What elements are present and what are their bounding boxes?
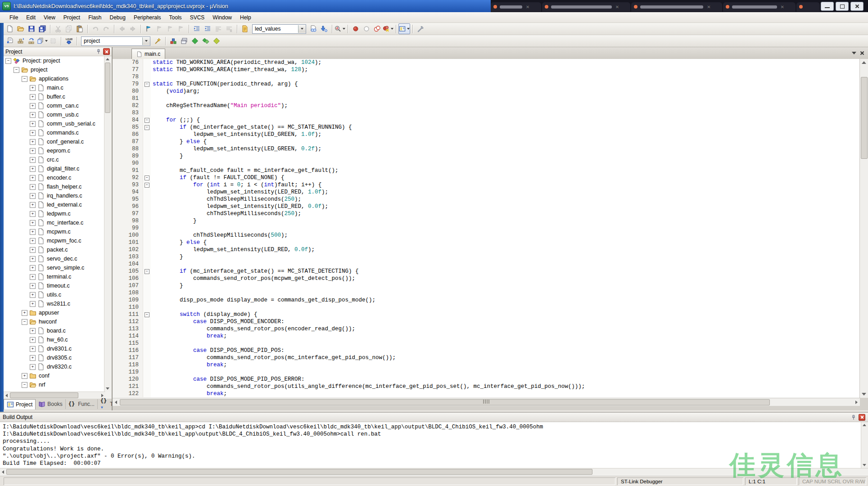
- menu-svcs[interactable]: SVCS: [186, 13, 209, 22]
- tree-item-utils-c[interactable]: +utils.c: [30, 290, 61, 299]
- background-tab[interactable]: ✕: [723, 2, 796, 12]
- background-tab[interactable]: ✕: [542, 2, 630, 12]
- tree-item-irq-handlers-c[interactable]: +irq_handlers.c: [30, 191, 82, 200]
- tree-item-hwconf[interactable]: −hwconf: [22, 317, 57, 326]
- minimize-button[interactable]: [821, 2, 834, 11]
- download-button[interactable]: [63, 36, 74, 46]
- save-button[interactable]: [26, 24, 37, 34]
- close-build-output-button[interactable]: [859, 414, 865, 421]
- background-tab[interactable]: ✕: [491, 2, 541, 12]
- tree-item-comm-usb-c[interactable]: +comm_usb.c: [30, 110, 79, 119]
- menu-flash[interactable]: Flash: [84, 13, 105, 22]
- fold-collapse-icon[interactable]: −: [145, 312, 149, 317]
- tree-item-digital-filter-c[interactable]: +digital_filter.c: [30, 164, 79, 173]
- find-in-files-button[interactable]: [308, 24, 319, 34]
- menu-debug[interactable]: Debug: [106, 13, 130, 22]
- paste-button[interactable]: [74, 24, 85, 34]
- batch-build-button[interactable]: [37, 36, 48, 46]
- tree-item-mcpwm-foc-c[interactable]: +mcpwm_foc.c: [30, 236, 81, 245]
- incremental-find-button[interactable]: [319, 24, 330, 34]
- tab-list-dropdown[interactable]: [852, 52, 856, 54]
- project-tree-vscrollbar[interactable]: [104, 56, 111, 392]
- project-targets-button[interactable]: [211, 36, 222, 46]
- build-button[interactable]: [15, 36, 26, 46]
- fold-collapse-icon[interactable]: −: [145, 125, 149, 130]
- options-for-target-button[interactable]: [152, 36, 163, 46]
- tree-item-applications[interactable]: −applications: [22, 74, 68, 83]
- restore-button[interactable]: [836, 2, 849, 11]
- close-panel-button[interactable]: [103, 48, 110, 55]
- translate-button[interactable]: [5, 36, 15, 46]
- search-box-combobox[interactable]: led_values: [252, 24, 306, 34]
- tree-item-drv8305-c[interactable]: +drv8305.c: [30, 353, 72, 362]
- tree-item-comm-can-c[interactable]: +comm_can.c: [30, 101, 79, 110]
- find-dropdown-button[interactable]: [335, 24, 345, 34]
- sidebar-tab-project[interactable]: Project: [4, 399, 36, 410]
- tree-item-led-external-c[interactable]: +led_external.c: [30, 200, 82, 209]
- open-file-button[interactable]: [15, 24, 26, 34]
- tree-item-project-project[interactable]: −Project: project: [5, 56, 60, 65]
- tree-item-packet-c[interactable]: +packet.c: [30, 245, 68, 254]
- tree-item-flash-helper-c[interactable]: +flash_helper.c: [30, 182, 81, 191]
- background-tab[interactable]: [796, 2, 820, 12]
- tree-item-timeout-c[interactable]: +timeout.c: [30, 281, 70, 290]
- select-target-combobox[interactable]: project: [81, 36, 150, 46]
- fold-collapse-icon[interactable]: −: [145, 183, 149, 188]
- menu-file[interactable]: File: [5, 13, 22, 22]
- tree-item-servo-simple-c[interactable]: +servo_simple.c: [30, 263, 84, 272]
- tree-item-encoder-c[interactable]: +encoder.c: [30, 173, 71, 182]
- tree-item-hw-60-c[interactable]: +hw_60.c: [30, 335, 68, 344]
- indent-button[interactable]: [191, 24, 202, 34]
- manage-rte-button[interactable]: [168, 36, 179, 46]
- tree-item-commands-c[interactable]: +commands.c: [30, 128, 79, 137]
- sidebar-tab-books[interactable]: Books: [36, 399, 65, 409]
- tree-item-ws2811-c[interactable]: +ws2811.c: [30, 299, 70, 308]
- menu-view[interactable]: View: [40, 13, 59, 22]
- configure-button[interactable]: [415, 24, 426, 34]
- tree-item-comm-usb-serial-c[interactable]: +comm_usb_serial.c: [30, 119, 95, 128]
- close-document-button[interactable]: [859, 50, 865, 56]
- tree-item-nrf[interactable]: −nrf: [22, 380, 45, 389]
- insert-breakpoint-button[interactable]: [350, 24, 361, 34]
- build-output-vscrollbar[interactable]: [861, 422, 868, 468]
- save-all-button[interactable]: [37, 24, 48, 34]
- new-file-button[interactable]: [5, 24, 15, 34]
- tree-item-conf[interactable]: +conf: [22, 371, 50, 380]
- tree-item-mcpwm-c[interactable]: +mcpwm.c: [30, 227, 71, 236]
- tree-item-crc-c[interactable]: +crc.c: [30, 155, 59, 164]
- menu-edit[interactable]: Edit: [22, 13, 40, 22]
- tree-item-board-c[interactable]: +board.c: [30, 326, 66, 335]
- background-tab[interactable]: ✕: [631, 2, 722, 12]
- file-extensions-button[interactable]: [190, 36, 200, 46]
- tree-item-main-c[interactable]: +main.c: [30, 83, 63, 92]
- pin-icon[interactable]: [95, 49, 101, 54]
- menu-peripherals[interactable]: Peripherals: [130, 13, 165, 22]
- multi-project-workspace-button[interactable]: [200, 36, 211, 46]
- show-functions-button[interactable]: [240, 24, 250, 34]
- project-tree-hscrollbar[interactable]: [4, 392, 105, 399]
- code-view[interactable]: 76static THD_WORKING_AREA(periodic_threa…: [113, 59, 860, 398]
- build-output-hscrollbar[interactable]: [0, 468, 868, 475]
- tab-main-c[interactable]: main.c: [131, 49, 165, 59]
- tree-item-servo-dec-c[interactable]: +servo_dec.c: [30, 254, 77, 263]
- menu-window[interactable]: Window: [208, 13, 236, 22]
- tree-item-eeprom-c[interactable]: +eeprom.c: [30, 146, 70, 155]
- manage-items-button[interactable]: [179, 36, 190, 46]
- pin-icon[interactable]: [850, 414, 856, 420]
- unindent-button[interactable]: [202, 24, 213, 34]
- fold-collapse-icon[interactable]: −: [145, 118, 149, 123]
- fold-collapse-icon[interactable]: −: [145, 82, 149, 87]
- menu-project[interactable]: Project: [59, 13, 84, 22]
- fold-collapse-icon[interactable]: −: [145, 176, 149, 180]
- window-views-button[interactable]: [398, 23, 410, 34]
- build-output-log[interactable]: I:\BaiduNetdiskDownload\vesc6keil\bldc_m…: [0, 422, 859, 467]
- menu-tools[interactable]: Tools: [165, 13, 186, 22]
- tree-item-mc-interface-c[interactable]: +mc_interface.c: [30, 218, 83, 227]
- menu-help[interactable]: Help: [236, 13, 255, 22]
- tree-item-buffer-c[interactable]: +buffer.c: [30, 92, 65, 101]
- tree-item-drv8320-c[interactable]: +drv8320.c: [30, 362, 72, 371]
- tree-item-project[interactable]: −project: [14, 65, 48, 74]
- editor-vscrollbar[interactable]: [859, 59, 868, 398]
- tree-item-conf-general-c[interactable]: +conf_general.c: [30, 137, 84, 146]
- close-button[interactable]: [850, 2, 863, 11]
